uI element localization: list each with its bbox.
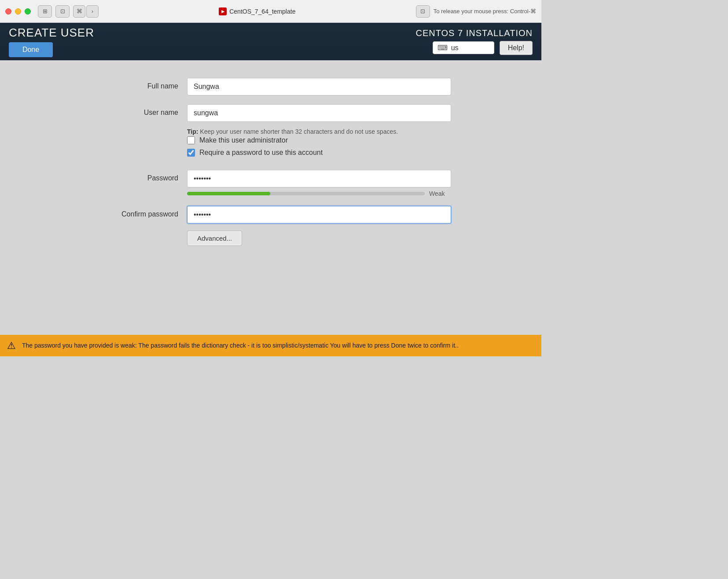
username-row: User name Tip: Keep your user name short… (90, 104, 451, 161)
close-button[interactable] (5, 8, 11, 15)
minimize-button[interactable] (15, 8, 21, 15)
confirm-password-input[interactable] (187, 206, 451, 224)
keyboard-value: us (451, 44, 459, 52)
tip-text: Tip: Keep your user name shorter than 32… (187, 128, 398, 135)
password-input[interactable] (187, 170, 451, 187)
keyboard-icon: ⌨ (438, 44, 448, 52)
admin-checkbox-label[interactable]: Make this user administrator (199, 136, 288, 144)
installation-label: CENTOS 7 INSTALLATION (415, 28, 533, 38)
forward-button[interactable]: › (86, 5, 99, 18)
strength-label: Weak (429, 190, 451, 197)
help-button[interactable]: Help! (500, 41, 533, 55)
fullname-row: Full name (90, 78, 451, 95)
release-hint: To release your mouse press: Control-⌘ (434, 8, 536, 15)
keyboard-input-area[interactable]: ⌨ us (433, 41, 494, 54)
username-label: User name (90, 104, 187, 117)
password-control: Weak (187, 170, 451, 197)
warning-icon: ⚠ (7, 340, 16, 352)
confirm-password-row: Confirm password Advanced... (90, 206, 451, 246)
fullname-control (187, 78, 451, 95)
app-icon: ▶ (219, 7, 227, 15)
maximize-button[interactable] (25, 8, 31, 15)
window-title: CentOS_7_64_template (229, 8, 295, 15)
fullname-label: Full name (90, 78, 187, 90)
admin-checkbox-row: Make this user administrator (187, 136, 451, 144)
require-password-label[interactable]: Require a password to use this account (199, 149, 323, 157)
username-control: Tip: Keep your user name shorter than 32… (187, 104, 451, 161)
titlebar: ⊞ ⊡ ⌘ › ▶ CentOS_7_64_template ⊡ To rele… (0, 0, 541, 23)
traffic-lights (5, 8, 31, 15)
admin-checkbox[interactable] (187, 136, 195, 144)
confirm-password-label: Confirm password (90, 206, 187, 218)
require-password-checkbox[interactable] (187, 149, 195, 157)
app-header: CREATE USER Done CENTOS 7 INSTALLATION ⌨… (0, 23, 541, 60)
sidebar-toggle-button[interactable]: ⊞ (38, 5, 52, 18)
window-title-area: ▶ CentOS_7_64_template (102, 7, 412, 15)
password-strength: Weak (187, 190, 451, 197)
password-label: Password (90, 170, 187, 182)
username-input[interactable] (187, 104, 451, 122)
done-button[interactable]: Done (9, 42, 53, 57)
strength-bar-fill (187, 192, 270, 195)
nav-buttons: ⌘ › (73, 5, 99, 18)
back-button[interactable]: ⌘ (73, 5, 85, 18)
strength-bar-container (187, 192, 425, 195)
warning-text: The password you have provided is weak: … (22, 341, 459, 350)
main-content: Full name User name Tip: Keep your user … (0, 60, 541, 315)
advanced-button[interactable]: Advanced... (187, 231, 242, 246)
header-left: CREATE USER Done (9, 26, 94, 57)
form-container: Full name User name Tip: Keep your user … (73, 78, 469, 246)
confirm-password-control: Advanced... (187, 206, 451, 246)
screen-share-button[interactable]: ⊡ (55, 5, 70, 18)
password-required-row: Require a password to use this account (187, 149, 451, 157)
warning-bar: ⚠ The password you have provided is weak… (0, 335, 541, 356)
screen-record-button[interactable]: ⊡ (416, 5, 430, 18)
tip-row: Tip: Keep your user name shorter than 32… (187, 127, 451, 136)
fullname-input[interactable] (187, 78, 451, 95)
page-title: CREATE USER (9, 26, 94, 40)
password-row: Password Weak (90, 170, 451, 197)
